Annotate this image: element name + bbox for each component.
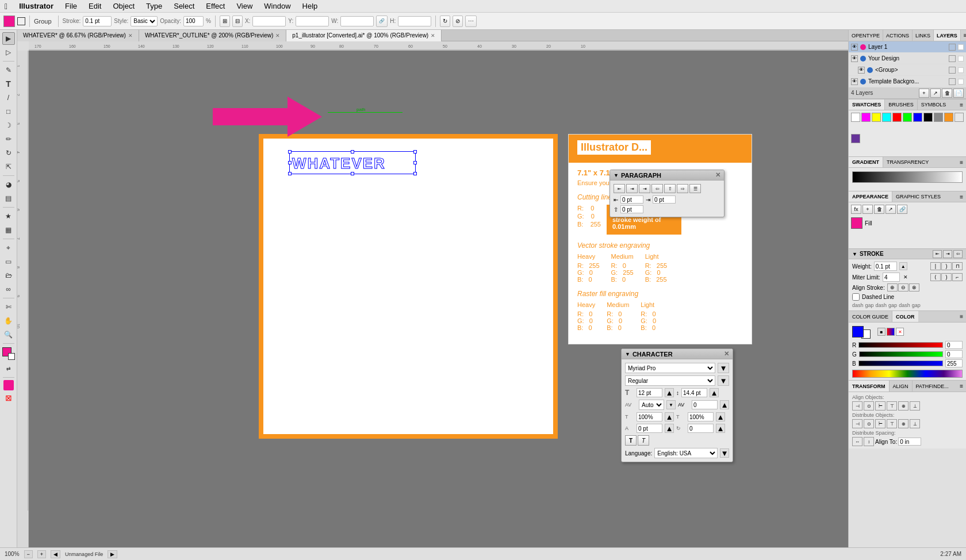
direct-selection-tool[interactable]: ▷	[2, 46, 15, 59]
color-g-input[interactable]: 0	[945, 350, 963, 358]
stroke-weight-up[interactable]: ▲	[899, 262, 907, 270]
dist-h-space-btn[interactable]: ↔	[852, 437, 862, 446]
fill-stroke-color-widget[interactable]	[2, 347, 15, 360]
align-left-btn[interactable]: ⊣	[852, 401, 862, 411]
appearance-tb-btn-3[interactable]: 🗑	[874, 205, 884, 214]
stroke-color-swatch[interactable]	[17, 17, 25, 25]
stroke-miter-input[interactable]	[883, 273, 900, 282]
canvas-area[interactable]: WHATEVER* @ 66.67% (RGB/Preview) ✕ WHATE…	[17, 30, 848, 547]
paragraph-panel-header[interactable]: ▼ PARAGRAPH ✕	[610, 170, 724, 181]
brushes-tab[interactable]: BRUSHES	[885, 99, 918, 110]
scale-h-up[interactable]: ▲	[665, 412, 674, 421]
handle-bc[interactable]	[351, 172, 354, 175]
layers-options[interactable]: ≡	[961, 32, 966, 39]
layer-0-expand[interactable]	[958, 44, 964, 50]
indent-left-input[interactable]	[620, 195, 643, 204]
opacity-input[interactable]	[183, 16, 204, 26]
swatch-green[interactable]	[903, 113, 912, 122]
move-selection-btn[interactable]: ↗	[930, 89, 941, 98]
scale-h-input[interactable]	[637, 412, 662, 421]
warp-tool[interactable]: ◕	[2, 178, 15, 191]
handle-mr[interactable]	[413, 161, 417, 164]
zoom-in-btn[interactable]: +	[37, 550, 46, 558]
tab-2-close[interactable]: ✕	[431, 33, 435, 39]
align-to-input[interactable]	[898, 438, 921, 446]
mesh-tool[interactable]: ⌖	[2, 241, 15, 254]
appearance-tb-btn-5[interactable]: 🔗	[897, 205, 907, 214]
dist-v-space-btn[interactable]: ↕	[864, 437, 874, 446]
transform-tab[interactable]: TRANSFORM	[849, 381, 890, 392]
layer-row-3[interactable]: 👁 Template Backgro...	[849, 76, 966, 87]
h-input[interactable]: 0.5819 in	[398, 16, 431, 26]
scale-tool[interactable]: ⇱	[2, 160, 15, 173]
swatch-cyan[interactable]	[882, 113, 891, 122]
baseline-up[interactable]: ▲	[665, 424, 674, 433]
color-r-slider[interactable]	[858, 342, 943, 348]
layer-2-vis[interactable]: 👁	[858, 67, 865, 74]
tracking-select[interactable]: Auto	[639, 400, 664, 410]
transparency-tab[interactable]: TRANSPARENCY	[883, 157, 932, 167]
color-g-slider[interactable]	[859, 351, 943, 357]
menu-type[interactable]: Type	[144, 2, 164, 10]
dist-h-center-btn[interactable]: ⊙	[864, 419, 874, 428]
handle-tc[interactable]	[351, 150, 354, 154]
hand-tool[interactable]: ✋	[2, 314, 15, 327]
cap-round[interactable]: )	[941, 262, 952, 270]
join-round[interactable]: )	[941, 273, 952, 281]
color-gradient-btn[interactable]	[887, 328, 895, 336]
align-center-stroke[interactable]: ⊕	[887, 283, 898, 291]
appearance-tb-btn-2[interactable]: +	[862, 205, 873, 214]
layer-3-lock[interactable]	[949, 78, 956, 85]
menu-edit[interactable]: Edit	[86, 2, 103, 10]
layer-row-0[interactable]: 👁 Layer 1	[849, 41, 966, 53]
font-style-select[interactable]: Regular	[625, 375, 715, 386]
transform-btn[interactable]: ⊞	[220, 16, 230, 27]
dist-bottom-btn[interactable]: ⊥	[910, 419, 920, 428]
handle-bl[interactable]	[288, 172, 292, 175]
appearance-tb-btn-1[interactable]: fx	[851, 205, 861, 214]
swatches-options[interactable]: ≡	[957, 102, 966, 108]
handle-tl[interactable]	[288, 150, 292, 154]
color-r-input[interactable]: 0	[945, 341, 963, 349]
layer-1-expand[interactable]	[958, 56, 964, 62]
zoom-out-btn[interactable]: −	[24, 550, 33, 558]
swatch-red[interactable]	[892, 113, 902, 122]
tab-2[interactable]: p1_illustrator [Converted].ai* @ 100% (R…	[286, 30, 442, 41]
font-size-input[interactable]	[637, 388, 662, 397]
align-outside-stroke[interactable]: ⊗	[909, 283, 919, 291]
layer-row-2[interactable]: 👁 <Group>	[849, 64, 966, 76]
stroke-input[interactable]	[83, 16, 112, 26]
handle-tr[interactable]	[413, 150, 417, 154]
line-tool[interactable]: /	[2, 91, 15, 104]
layers-tab[interactable]: LAYERS	[934, 30, 961, 41]
next-page-btn[interactable]: ▶	[108, 550, 117, 558]
color-guide-tab[interactable]: COLOR GUIDE	[849, 311, 892, 322]
pathfinder-tab[interactable]: PATHFINDE...	[913, 381, 952, 392]
menu-object[interactable]: Object	[110, 2, 137, 10]
color-b-slider[interactable]	[858, 360, 943, 366]
kerning-up[interactable]: ▲	[720, 400, 729, 409]
align-h-center-btn[interactable]: ⊙	[864, 401, 874, 411]
handle-br[interactable]	[413, 172, 417, 175]
para-align-center[interactable]: ⇥	[626, 184, 638, 193]
stroke-weight-input[interactable]	[874, 262, 897, 271]
blend-tool[interactable]: ∞	[2, 283, 15, 296]
constrain-btn[interactable]: 🔗	[376, 16, 388, 27]
swatch-blue[interactable]	[913, 113, 922, 122]
y-input[interactable]: 6.7583 in	[296, 16, 329, 26]
indent-right-input[interactable]	[653, 195, 676, 204]
layer-3-vis[interactable]: 👁	[851, 78, 858, 85]
tab-1-close[interactable]: ✕	[275, 33, 280, 39]
style-btn-t1[interactable]: T	[625, 435, 637, 446]
dist-left-btn[interactable]: ⊣	[852, 419, 862, 428]
font-family-dropdown[interactable]: ▼	[718, 363, 729, 373]
scissors-tool[interactable]: ✄	[2, 301, 15, 313]
language-dropdown[interactable]: ▼	[720, 448, 729, 458]
gradient-tool[interactable]: ▭	[2, 255, 15, 268]
leading-input[interactable]	[681, 388, 707, 397]
menu-select[interactable]: Select	[171, 2, 197, 10]
rotate-tool[interactable]: ↻	[2, 147, 15, 159]
column-graph-tool[interactable]: ▦	[2, 224, 15, 236]
make-sublayer-btn[interactable]: +	[919, 89, 929, 98]
appearance-fill-swatch[interactable]	[851, 217, 862, 229]
